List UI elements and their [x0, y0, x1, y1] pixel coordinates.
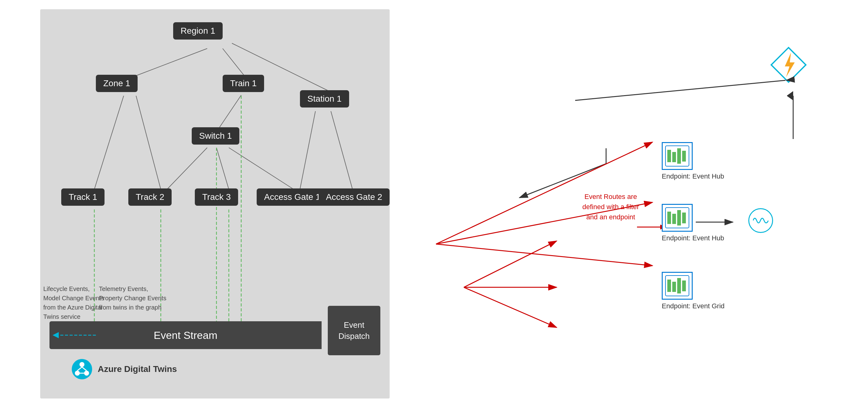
track3-node: Track 3: [195, 189, 238, 206]
svg-rect-54: [677, 278, 681, 294]
svg-line-65: [436, 244, 652, 266]
endpoint-hub1-label: Endpoint: Event Hub: [662, 172, 724, 180]
access-gate1-node: Access Gate 1: [257, 189, 328, 206]
svg-marker-22: [53, 332, 59, 338]
event-hub2-svg: [665, 207, 689, 229]
track2-node: Track 2: [128, 189, 172, 206]
adt-logo-icon: [71, 359, 93, 380]
wave-svg: [753, 214, 768, 227]
svg-rect-53: [672, 282, 676, 292]
svg-line-7: [216, 148, 229, 190]
svg-rect-42: [677, 148, 681, 164]
event-dispatch-box: EventDispatch: [328, 306, 380, 355]
vertical-arrow-to-diamond: [787, 90, 799, 145]
event-stream-arrow: [306, 321, 321, 349]
svg-rect-43: [682, 151, 686, 162]
dispatch-to-diamond-svg: [427, 62, 798, 278]
main-diagram: Region 1 Zone 1 Train 1 Station 1 Switch…: [40, 9, 390, 399]
endpoint-grid-label: Endpoint: Event Grid: [662, 302, 724, 310]
event-grid-diamond-icon: [770, 46, 807, 83]
svg-line-38: [464, 287, 557, 328]
routing-arrows-svg: [399, 124, 677, 340]
svg-rect-52: [667, 279, 671, 292]
telemetry-text: Telemetry Events, Property Change Events…: [99, 284, 173, 312]
svg-rect-47: [677, 210, 681, 226]
lightning-diamond-svg: [770, 46, 807, 83]
zone1-node: Zone 1: [96, 75, 137, 92]
svg-point-23: [72, 359, 92, 379]
endpoint-hub2-icon: [662, 204, 693, 232]
endpoint-grid: Endpoint: Event Grid: [662, 272, 724, 310]
endpoint-grid-icon: [662, 272, 693, 300]
svg-rect-41: [672, 152, 676, 162]
svg-line-0: [136, 48, 207, 76]
svg-line-5: [220, 95, 241, 127]
svg-line-10: [331, 111, 352, 190]
svg-line-4: [136, 96, 161, 190]
svg-line-1: [223, 48, 244, 76]
endpoint-hub2-label: Endpoint: Event Hub: [662, 234, 724, 242]
svg-line-8: [229, 148, 294, 190]
svg-rect-45: [667, 212, 671, 224]
event-grid-svg: [665, 275, 689, 297]
svg-rect-48: [682, 212, 686, 223]
svg-point-24: [80, 362, 85, 367]
switch1-node: Switch 1: [192, 127, 239, 144]
track1-node: Track 1: [61, 189, 104, 206]
svg-rect-40: [667, 150, 671, 162]
train1-node: Train 1: [223, 75, 264, 92]
svg-rect-55: [682, 280, 686, 291]
svg-marker-57: [785, 53, 795, 77]
endpoint-hub1-icon: [662, 142, 693, 170]
endpoint-hub1: Endpoint: Event Hub: [662, 142, 724, 180]
region1-node: Region 1: [173, 22, 223, 39]
svg-line-9: [300, 111, 315, 190]
wave-icon: [748, 208, 773, 233]
svg-line-3: [94, 96, 124, 190]
svg-line-36: [464, 241, 557, 287]
adt-logo-area: Azure Digital Twins: [71, 359, 177, 380]
lifecycle-arrow: [40, 315, 102, 355]
access-gate2-node: Access Gate 2: [318, 189, 390, 206]
event-routes-text: Event Routes are defined with a filter a…: [578, 192, 643, 222]
station1-node: Station 1: [300, 90, 349, 107]
svg-rect-46: [672, 214, 676, 224]
event-hub1-svg: [665, 145, 689, 167]
svg-line-6: [167, 148, 207, 190]
svg-line-66: [575, 80, 785, 100]
